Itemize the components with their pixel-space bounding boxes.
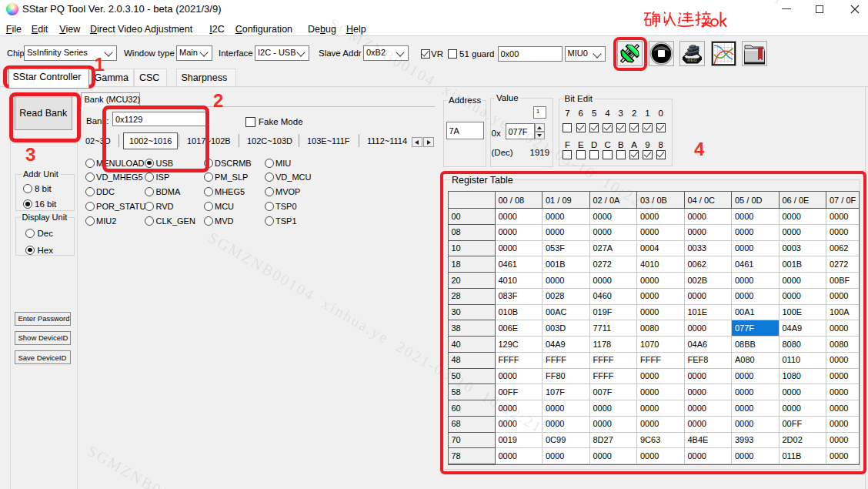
svg-text:REG: REG [687, 58, 697, 62]
